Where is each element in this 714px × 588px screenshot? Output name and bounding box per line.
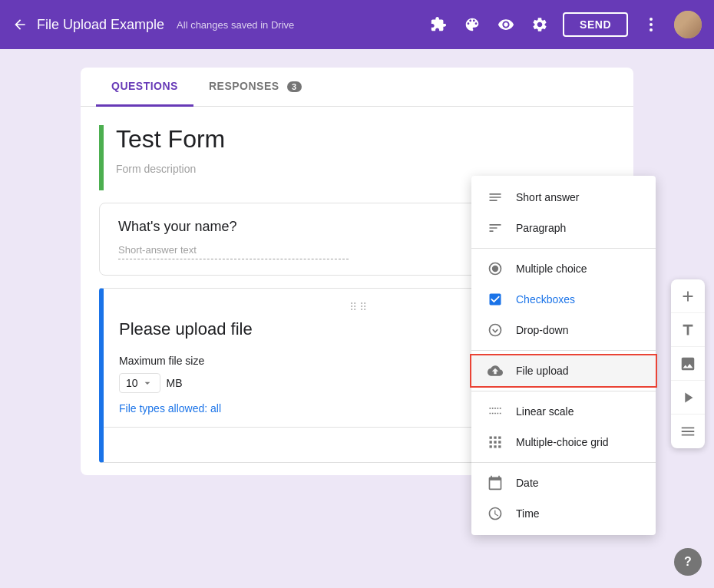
- add-image-button[interactable]: [671, 347, 705, 381]
- add-question-button[interactable]: [671, 279, 705, 313]
- menu-item-time[interactable]: Time: [471, 498, 656, 529]
- file-size-value: 10: [126, 377, 138, 389]
- time-icon: [487, 506, 504, 521]
- menu-item-date[interactable]: Date: [471, 467, 656, 498]
- divider-1: [471, 248, 656, 249]
- date-icon: [487, 475, 504, 491]
- linear-scale-icon: [487, 404, 504, 419]
- menu-item-multiple-choice-grid[interactable]: Multiple-choice grid: [471, 427, 656, 458]
- divider-3: [471, 391, 656, 391]
- file-upload-icon: [487, 363, 504, 378]
- saved-status: All changes saved in Drive: [177, 19, 418, 31]
- palette-icon[interactable]: [461, 14, 483, 35]
- app-header: File Upload Example All changes saved in…: [0, 0, 714, 49]
- dropdown-arrow-icon: [487, 322, 504, 338]
- paragraph-icon: [487, 220, 504, 236]
- divider-2: [471, 350, 656, 351]
- svg-point-2: [490, 325, 501, 336]
- tab-responses[interactable]: RESPONSES 3: [193, 68, 317, 107]
- app-title: File Upload Example: [37, 17, 164, 33]
- more-options-icon[interactable]: [640, 14, 662, 35]
- question-2-title: Please upload file: [119, 319, 253, 339]
- add-video-button[interactable]: [671, 381, 705, 415]
- settings-icon[interactable]: [529, 14, 550, 35]
- menu-item-file-upload[interactable]: File upload: [471, 355, 656, 386]
- help-button[interactable]: ?: [674, 548, 702, 576]
- menu-item-paragraph[interactable]: Paragraph: [471, 213, 656, 243]
- divider-4: [471, 462, 656, 463]
- tabs-bar: QUESTIONS RESPONSES 3: [81, 68, 633, 107]
- add-section-button[interactable]: [671, 415, 705, 448]
- menu-item-linear-scale[interactable]: Linear scale: [471, 396, 656, 427]
- responses-badge: 3: [287, 81, 302, 92]
- tab-questions[interactable]: QUESTIONS: [96, 68, 193, 107]
- avatar[interactable]: [674, 11, 702, 38]
- file-size-unit: MB: [167, 377, 183, 389]
- multiple-choice-icon: [487, 261, 504, 276]
- form-title: Test Form: [116, 125, 615, 154]
- short-answer-placeholder: Short-answer text: [118, 244, 349, 259]
- back-button[interactable]: [12, 17, 28, 32]
- main-content: QUESTIONS RESPONSES 3 Test Form Form des…: [0, 49, 714, 588]
- preview-icon[interactable]: [495, 14, 517, 35]
- add-title-button[interactable]: [671, 313, 705, 347]
- header-icons: SEND: [428, 11, 702, 38]
- send-button[interactable]: SEND: [563, 12, 628, 37]
- menu-item-short-answer[interactable]: Short answer: [471, 182, 656, 213]
- puzzle-icon[interactable]: [428, 14, 449, 35]
- form-description[interactable]: Form description: [116, 163, 615, 175]
- sidebar-tools: [671, 279, 705, 448]
- file-size-select[interactable]: 10: [119, 373, 160, 393]
- menu-item-dropdown[interactable]: Drop-down: [471, 315, 656, 345]
- menu-item-multiple-choice[interactable]: Multiple choice: [471, 253, 656, 284]
- checkboxes-icon: [487, 292, 504, 307]
- dropdown-menu: Short answer Paragraph Multiple choice C…: [471, 176, 656, 535]
- menu-item-checkboxes[interactable]: Checkboxes: [471, 284, 656, 315]
- svg-point-1: [492, 266, 498, 272]
- short-answer-icon: [487, 190, 504, 205]
- multiple-choice-grid-icon: [487, 434, 504, 450]
